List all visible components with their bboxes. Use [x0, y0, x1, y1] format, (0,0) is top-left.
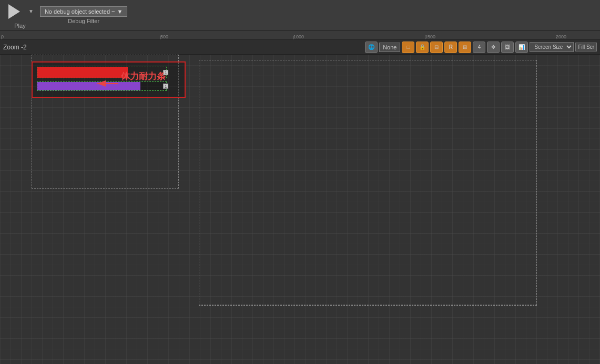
- image-icon-btn[interactable]: 🖼: [501, 41, 514, 53]
- zoom-label: Zoom -2: [3, 44, 27, 51]
- ruler-bar: 0 500 1000 1500 2000: [0, 30, 600, 40]
- debug-filter-container: No debug object selected ~ ▼ Debug Filte…: [40, 6, 128, 24]
- globe-icon-btn[interactable]: 🌐: [365, 41, 378, 53]
- play-label: Play: [14, 23, 25, 29]
- ruler-tick-500: 500: [160, 34, 168, 39]
- health-bar-annotation: 体力耐力条: [121, 70, 166, 82]
- lock-icon-btn[interactable]: 🔒: [416, 41, 429, 53]
- grid-icon-btn[interactable]: ⊞: [459, 41, 471, 53]
- play-button[interactable]: [4, 2, 24, 22]
- stamina-bar-container: 1: [37, 81, 167, 91]
- ruler-tick-1000: 1000: [293, 34, 304, 39]
- play-icon: [8, 4, 20, 19]
- r-button[interactable]: R: [444, 41, 457, 53]
- toolbar-right: 🌐 None □ 🔒 ⊟ R ⊞ 4 ✥ 🖼 📊 Screen Size Fil…: [365, 41, 597, 53]
- debug-filter-button[interactable]: No debug object selected ~ ▼: [40, 6, 128, 17]
- play-container: ▼ Play: [4, 2, 36, 29]
- debug-filter-dropdown-icon: ▼: [117, 8, 123, 15]
- none-button[interactable]: None: [379, 43, 400, 52]
- right-panel: [199, 60, 537, 305]
- play-dropdown-arrow[interactable]: ▼: [26, 7, 36, 15]
- ruler-tick-0: 0: [1, 34, 4, 39]
- hp-bar-fill: [37, 67, 128, 78]
- ruler-tick-2000: 2000: [556, 34, 566, 39]
- right-panel-bottom: [199, 305, 537, 306]
- second-toolbar: Zoom -2 🌐 None □ 🔒 ⊟ R ⊞ 4 ✥ 🖼 📊 Screen …: [0, 40, 600, 55]
- orange-icon-btn-1[interactable]: □: [402, 41, 414, 53]
- top-toolbar: ▼ Play No debug object selected ~ ▼ Debu…: [0, 0, 600, 30]
- fill-scr-button[interactable]: Fill Scr: [575, 43, 597, 51]
- move-icon-btn[interactable]: ✥: [487, 41, 500, 53]
- ruler-tick-1500: 1500: [425, 34, 435, 39]
- stamina-bar-handle[interactable]: 1: [163, 84, 168, 89]
- stamina-bar-fill: [37, 82, 140, 90]
- debug-filter-text: No debug object selected ~: [45, 8, 115, 15]
- chart-icon-btn[interactable]: 📊: [515, 41, 528, 53]
- debug-filter-label: Debug Filter: [68, 18, 99, 24]
- screen-size-select[interactable]: Screen Size: [530, 42, 574, 52]
- canvas-area: 1 1 体力耐力条 99999 金币: [0, 55, 600, 364]
- ruler-content: 0 500 1000 1500 2000: [0, 30, 600, 39]
- layers-icon-btn[interactable]: ⊟: [430, 41, 443, 53]
- number-4-btn[interactable]: 4: [473, 41, 485, 53]
